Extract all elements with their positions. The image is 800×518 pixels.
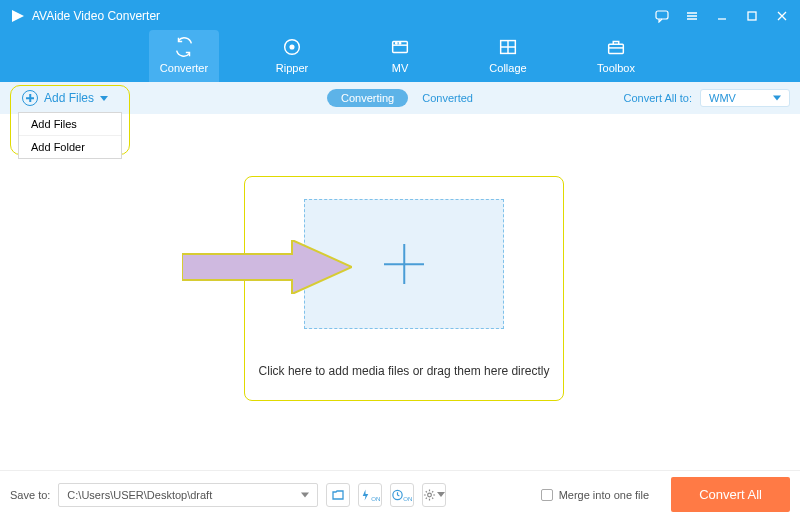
settings-button[interactable]: [422, 483, 446, 507]
svg-rect-1: [748, 12, 756, 20]
maximize-icon[interactable]: [744, 8, 760, 24]
output-format-value: WMV: [709, 92, 736, 104]
output-format-select[interactable]: WMV: [700, 89, 790, 107]
close-icon[interactable]: [774, 8, 790, 24]
mv-icon: [365, 36, 435, 58]
convert-all-to-label: Convert All to:: [624, 92, 692, 104]
plus-circle-icon: [22, 90, 38, 106]
nav-label: Converter: [149, 62, 219, 74]
open-folder-button[interactable]: [326, 483, 350, 507]
converter-icon: [149, 36, 219, 58]
svg-rect-0: [656, 11, 668, 19]
save-to-label: Save to:: [10, 489, 50, 501]
ripper-icon: [257, 36, 327, 58]
hardware-accel-button[interactable]: ON: [358, 483, 382, 507]
minimize-icon[interactable]: [714, 8, 730, 24]
nav-ripper[interactable]: Ripper: [257, 30, 327, 82]
nav-mv[interactable]: MV: [365, 30, 435, 82]
menu-item-add-folder[interactable]: Add Folder: [19, 136, 121, 158]
svg-point-10: [428, 493, 432, 497]
annotation-arrow-icon: [182, 240, 352, 298]
chevron-down-icon: [100, 96, 108, 101]
plus-icon: [384, 244, 424, 284]
save-path-value: C:\Users\USER\Desktop\draft: [67, 489, 212, 501]
svg-rect-8: [609, 44, 624, 53]
save-path-select[interactable]: C:\Users\USER\Desktop\draft: [58, 483, 318, 507]
checkbox-icon: [541, 489, 553, 501]
nav-label: Toolbox: [581, 62, 651, 74]
app-title: AVAide Video Converter: [32, 9, 160, 23]
chevron-down-icon: [773, 96, 781, 101]
nav-label: Ripper: [257, 62, 327, 74]
nav-label: MV: [365, 62, 435, 74]
svg-point-3: [290, 45, 294, 49]
nav-toolbox[interactable]: Toolbox: [581, 30, 651, 82]
toolbox-icon: [581, 36, 651, 58]
nav-label: Collage: [473, 62, 543, 74]
nav-converter[interactable]: Converter: [149, 30, 219, 82]
svg-point-6: [399, 43, 400, 44]
chevron-down-icon: [437, 492, 445, 497]
tab-converting[interactable]: Converting: [327, 89, 408, 107]
app-logo-icon: [10, 8, 26, 24]
add-files-button[interactable]: Add Files: [22, 90, 108, 106]
svg-point-5: [396, 43, 397, 44]
collage-icon: [473, 36, 543, 58]
nav-collage[interactable]: Collage: [473, 30, 543, 82]
add-files-dropdown: Add Files Add Folder: [18, 112, 122, 159]
high-speed-button[interactable]: ON: [390, 483, 414, 507]
chevron-down-icon: [301, 492, 309, 497]
merge-checkbox[interactable]: Merge into one file: [541, 489, 650, 501]
merge-label: Merge into one file: [559, 489, 650, 501]
tab-converted[interactable]: Converted: [422, 92, 473, 104]
add-files-label: Add Files: [44, 91, 94, 105]
convert-all-button[interactable]: Convert All: [671, 477, 790, 512]
menu-item-add-files[interactable]: Add Files: [19, 113, 121, 136]
menu-icon[interactable]: [684, 8, 700, 24]
feedback-icon[interactable]: [654, 8, 670, 24]
drop-zone-text: Click here to add media files or drag th…: [245, 364, 563, 378]
